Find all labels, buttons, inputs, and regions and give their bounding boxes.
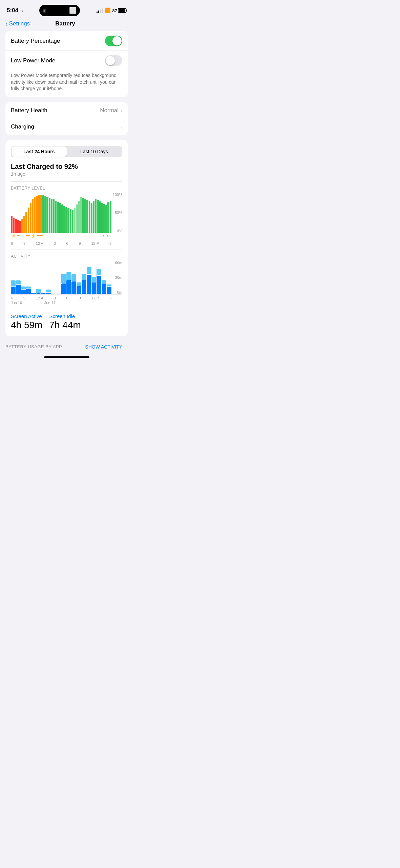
toggle-thumb [112, 36, 122, 45]
active-11 [61, 283, 66, 294]
chevron-right-icon-charging: › [121, 124, 122, 130]
back-chevron-icon: ‹ [5, 20, 8, 27]
signal-bar-1 [97, 12, 98, 13]
bar-o5 [30, 203, 31, 233]
bar-r2 [13, 218, 15, 233]
y-labels: 100% 50% 0% [113, 193, 122, 233]
battery-usage-label: BATTERY USAGE BY APP [5, 344, 62, 349]
idle-20 [107, 284, 111, 287]
ax-3a: 3 [54, 296, 56, 300]
x-label-12p: 12 P [91, 241, 99, 245]
battery-health-label: Battery Health [11, 107, 47, 114]
act-g3 [21, 261, 26, 294]
ax-jun10: Jun 10 [11, 301, 22, 305]
charging-icons-row: ⚡ ⏸ ⚡ ● ● ● [11, 233, 122, 240]
idle-15 [82, 274, 86, 280]
idle-6 [36, 289, 41, 293]
segment-last-24h[interactable]: Last 24 Hours [12, 146, 67, 157]
active-19 [102, 284, 106, 294]
screen-idle-item: Screen Idle 7h 44m [49, 313, 81, 331]
home-icon: ⌂ [20, 8, 23, 13]
active-10 [56, 294, 61, 294]
segment-last-10d[interactable]: Last 10 Days [67, 146, 122, 157]
act-g7 [41, 261, 46, 294]
lightning-2: ⚡ [30, 233, 36, 238]
idle-4 [26, 287, 31, 289]
bar-g24 [99, 201, 101, 233]
toggle-thumb-lpm [106, 56, 115, 65]
activity-x-top: 6 9 12 A 3 6 9 12 P 3 [11, 296, 111, 300]
show-activity-button[interactable]: SHOW ACTIVITY [80, 344, 128, 350]
act-g16 [87, 261, 91, 294]
chevron-right-icon: › [121, 107, 122, 113]
ax-9: 9 [79, 296, 81, 300]
idle-19 [102, 280, 106, 284]
active-17 [92, 282, 97, 294]
bar-g26 [103, 204, 105, 233]
segment-control[interactable]: Last 24 Hours Last 10 Days [11, 146, 122, 157]
idle-17 [92, 277, 97, 282]
di-right-icon: ⬜ [69, 7, 77, 14]
signal-bar-3 [100, 9, 101, 13]
battery-fill [119, 9, 125, 12]
y-label-0: 0% [113, 229, 122, 233]
x-label-3: 3 [109, 241, 111, 245]
bar-o7 [34, 197, 36, 233]
bar-g6 [53, 199, 55, 233]
back-button[interactable]: ‹ Settings [5, 20, 30, 27]
act-g15 [82, 261, 86, 294]
active-8 [46, 293, 51, 294]
active-13 [71, 281, 76, 294]
charge-dot-3: ● [110, 235, 111, 237]
chart-card: Last 24 Hours Last 10 Days Last Charged … [5, 140, 128, 336]
divider-1 [11, 181, 122, 182]
bar-r1 [11, 216, 13, 233]
bar-g17 [84, 199, 86, 233]
y-label-100: 100% [113, 193, 122, 197]
act-g11 [61, 261, 66, 294]
battery-indicator: 87 [112, 8, 126, 13]
bar-g7 [55, 201, 57, 233]
battery-percent: 87 [112, 8, 117, 13]
active-9 [51, 294, 56, 294]
bottom-bar: BATTERY USAGE BY APP SHOW ACTIVITY [0, 341, 133, 354]
idle-12 [66, 272, 71, 280]
bar-g18 [86, 200, 88, 233]
low-power-mode-toggle[interactable] [105, 55, 122, 66]
battery-percentage-toggle[interactable] [105, 36, 122, 46]
bar-o2 [23, 216, 25, 233]
bar-o8 [36, 196, 38, 233]
bar-g14 [70, 209, 71, 233]
x-label-6: 6 [66, 241, 68, 245]
act-g18 [97, 261, 101, 294]
bar-g22 [95, 199, 97, 233]
ax-6: 6 [66, 296, 68, 300]
charging-row[interactable]: Charging › [5, 119, 128, 135]
activity-label: ACTIVITY [11, 254, 122, 259]
idle-11 [61, 274, 66, 283]
act-g8 [46, 261, 51, 294]
bar-o3 [25, 212, 27, 233]
battery-x-labels: 6 9 12 A 3 6 9 12 P 3 [11, 240, 122, 245]
status-time: 5:04 ⌂ [7, 7, 23, 14]
ax-6a: 6 [11, 296, 13, 300]
active-7 [41, 293, 46, 294]
bar-o10 [40, 195, 42, 233]
bar-gc1 [74, 208, 76, 233]
battery-level-label: BATTERY LEVEL [11, 186, 122, 191]
active-18 [97, 276, 101, 294]
active-20 [107, 287, 111, 294]
act-y-60m: 60m [115, 261, 122, 265]
act-g2 [16, 261, 21, 294]
act-g5 [31, 261, 36, 294]
charge-dot-1: ● [103, 234, 105, 237]
low-power-mode-helper: Low Power Mode temporarily reduces backg… [5, 70, 128, 97]
bar-r5 [19, 221, 21, 233]
battery-health-row[interactable]: Battery Health Normal › [5, 102, 128, 119]
battery-bars [11, 193, 122, 233]
charge-line-3 [37, 235, 43, 236]
x-label-9a: 9 [23, 241, 25, 245]
act-g10 [56, 261, 61, 294]
idle-13 [71, 274, 76, 281]
battery-percentage-label: Battery Percentage [11, 38, 60, 44]
